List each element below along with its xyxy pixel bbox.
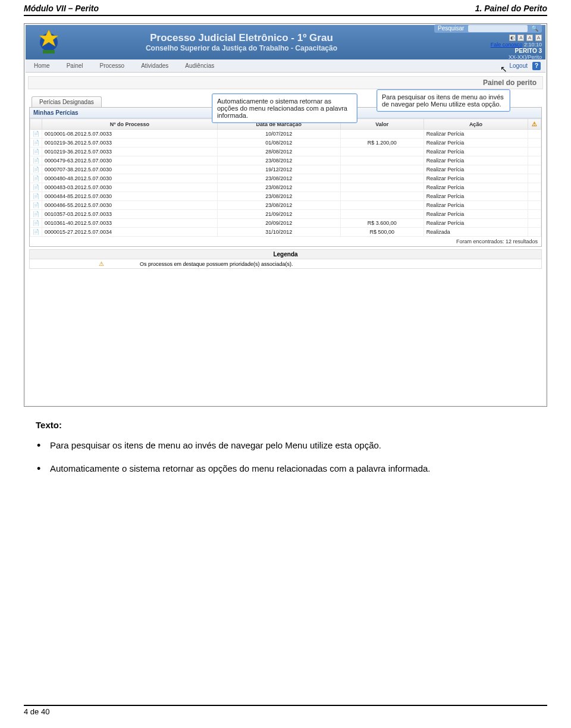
cell-processo: 0000480-48.2012.5.07.0030 [42, 174, 218, 183]
cell-acao[interactable]: Realizar Perícia [423, 156, 528, 165]
cell-valor: R$ 500,00 [340, 228, 423, 237]
search-icon[interactable]: 🔍 [531, 25, 538, 32]
cell-valor [340, 183, 423, 192]
cell-acao[interactable]: Realizar Perícia [423, 148, 528, 156]
row-doc-icon[interactable]: 📄 [30, 148, 42, 156]
cell-acao[interactable]: Realizar Perícia [423, 130, 528, 139]
table-row[interactable]: 📄0000707-38.2012.5.07.003019/12/2012Real… [30, 165, 541, 174]
row-doc-icon[interactable]: 📄 [30, 210, 42, 219]
row-doc-icon[interactable]: 📄 [30, 192, 42, 201]
app-banner: Processo Judicial Eletrônico - 1º Grau C… [26, 25, 545, 59]
cell-data: 23/08/2012 [217, 201, 340, 210]
doc-footer: 4 de 40 [24, 705, 547, 716]
result-count: Foram encontrados: 12 resultados [30, 237, 541, 246]
cell-alert [528, 165, 541, 174]
cell-data: 19/12/2012 [217, 165, 340, 174]
table-row[interactable]: 📄0010219-36.2012.5.07.003301/08/2012R$ 1… [30, 139, 541, 148]
table-row[interactable]: 📄0000486-55.2012.5.07.003023/08/2012Real… [30, 201, 541, 210]
cell-acao[interactable]: Realizar Perícia [423, 201, 528, 210]
clock: 2:10:10 [524, 42, 542, 48]
table-row[interactable]: 📄0010219-36.2012.5.07.003328/08/2012Real… [30, 148, 541, 156]
table-row[interactable]: 📄0000484-85.2012.5.07.003023/08/2012Real… [30, 192, 541, 201]
page-number: 4 de 40 [24, 707, 49, 716]
tab-pericias-designadas[interactable]: Perícias Designadas [32, 96, 102, 107]
font-dec-icon[interactable]: A [517, 34, 524, 41]
col-processo[interactable]: Nº do Processo [42, 119, 218, 130]
table-row[interactable]: 📄0000479-63.2012.5.07.003023/08/2012Real… [30, 156, 541, 165]
font-reset-icon[interactable]: A [526, 34, 533, 41]
row-doc-icon[interactable]: 📄 [30, 183, 42, 192]
cell-processo: 0000479-63.2012.5.07.0030 [42, 156, 218, 165]
accessibility-icons[interactable]: ◐ A A A [509, 34, 542, 41]
nav-audiencias[interactable]: Audiências [177, 62, 222, 69]
cell-acao[interactable]: Realizar Perícia [423, 174, 528, 183]
cell-alert [528, 183, 541, 192]
row-doc-icon[interactable]: 📄 [30, 130, 42, 139]
main-nav: Home Painel Processo Atividades Audiênci… [26, 59, 545, 73]
nav-painel[interactable]: Painel [58, 62, 92, 69]
row-doc-icon[interactable]: 📄 [30, 156, 42, 165]
bullet-2: Automaticamente o sistema retornar as op… [50, 462, 535, 476]
cell-acao[interactable]: Realizar Perícia [423, 210, 528, 219]
cell-acao[interactable]: Realizar Perícia [423, 165, 528, 174]
cell-acao[interactable]: Realizada [423, 228, 528, 237]
help-icon[interactable]: ? [532, 62, 541, 70]
cell-processo: 0000484-85.2012.5.07.0030 [42, 192, 218, 201]
cell-valor [340, 165, 423, 174]
panel-title: Painel do perito [28, 76, 543, 89]
row-doc-icon[interactable]: 📄 [30, 201, 42, 210]
nav-home[interactable]: Home [26, 62, 58, 69]
contrast-icon[interactable]: ◐ [509, 34, 516, 41]
row-doc-icon[interactable]: 📄 [30, 174, 42, 183]
row-doc-icon[interactable]: 📄 [30, 228, 42, 237]
cell-acao[interactable]: Realizar Perícia [423, 192, 528, 201]
cell-alert [528, 192, 541, 201]
cell-data: 23/08/2012 [217, 174, 340, 183]
cell-alert [528, 210, 541, 219]
cell-acao[interactable]: Realizar Perícia [423, 219, 528, 228]
cell-acao[interactable]: Realizar Perícia [423, 183, 528, 192]
cell-data: 23/08/2012 [217, 192, 340, 201]
row-doc-icon[interactable]: 📄 [30, 165, 42, 174]
cell-acao[interactable]: Realizar Perícia [423, 139, 528, 148]
pericias-table: Nº do Processo Data de Marcação Valor Aç… [30, 118, 541, 237]
cell-processo: 0000015-27.2012.5.07.0034 [42, 228, 218, 237]
user-name: PERITO 3 [415, 48, 542, 54]
app-title: Processo Judicial Eletrônico - 1º Grau [68, 32, 415, 44]
font-inc-icon[interactable]: A [535, 34, 542, 41]
nav-processo[interactable]: Processo [92, 62, 133, 69]
cell-alert [528, 228, 541, 237]
contact-link[interactable]: Fale conosco [491, 42, 523, 48]
cell-valor [340, 130, 423, 139]
cell-valor [340, 148, 423, 156]
row-doc-icon[interactable]: 📄 [30, 219, 42, 228]
nav-atividades[interactable]: Atividades [133, 62, 177, 69]
table-row[interactable]: 📄0000480-48.2012.5.07.003023/08/2012Real… [30, 174, 541, 183]
cell-alert [528, 156, 541, 165]
row-doc-icon[interactable]: 📄 [30, 139, 42, 148]
cell-valor: R$ 3.600,00 [340, 219, 423, 228]
table-row[interactable]: 📄0010361-40.2012.5.07.003320/09/2012R$ 3… [30, 219, 541, 228]
cursor-icon: ↖ [500, 64, 507, 74]
cell-processo: 0010001-08.2012.5.07.0033 [42, 130, 218, 139]
cell-processo: 0010219-36.2012.5.07.0033 [42, 148, 218, 156]
cell-valor [340, 174, 423, 183]
table-row[interactable]: 📄0010357-03.2012.5.07.003321/09/2012Real… [30, 210, 541, 219]
cell-data: 20/09/2012 [217, 219, 340, 228]
cell-alert [528, 139, 541, 148]
search-field[interactable] [468, 25, 528, 32]
cell-alert [528, 201, 541, 210]
table-row[interactable]: 📄0000483-03.2012.5.07.003023/08/2012Real… [30, 183, 541, 192]
warning-icon: ⚠ [99, 261, 104, 267]
cell-data: 21/09/2012 [217, 210, 340, 219]
cell-valor [340, 156, 423, 165]
table-row[interactable]: 📄0000015-27.2012.5.07.003431/10/2012R$ 5… [30, 228, 541, 237]
search-input[interactable]: Pesquisar 🔍 [434, 24, 542, 33]
logout-link[interactable]: Logout [507, 62, 530, 69]
cell-processo: 0010361-40.2012.5.07.0033 [42, 219, 218, 228]
doc-header-right: 1. Painel do Perito [475, 4, 547, 13]
col-acao[interactable]: Ação [423, 119, 528, 130]
table-row[interactable]: 📄0010001-08.2012.5.07.003310/07/2012Real… [30, 130, 541, 139]
cell-data: 23/08/2012 [217, 183, 340, 192]
doc-header-left: Módulo VII – Perito [24, 4, 99, 13]
